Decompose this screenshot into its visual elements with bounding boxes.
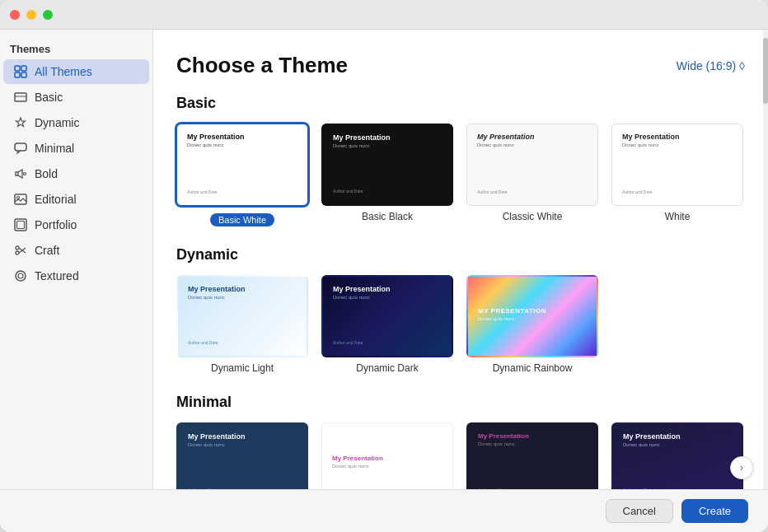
preview-footer-cg: Author and Date bbox=[478, 488, 508, 489]
grid-icon bbox=[13, 64, 28, 79]
theme-card-white[interactable]: My Presentation Donec quis nunc Author a… bbox=[611, 124, 743, 226]
preview-title-cgl: My Presentation bbox=[332, 455, 443, 462]
theme-preview-dynamic-rainbow[interactable]: MY PRESENTATION Donec quis nunc bbox=[466, 275, 598, 357]
photo-icon bbox=[13, 192, 28, 207]
sidebar-item-dynamic[interactable]: Dynamic bbox=[3, 110, 149, 135]
preview-footer-dd: Author and Date bbox=[333, 340, 363, 345]
preview-title-bc: My Presentation bbox=[188, 432, 297, 441]
theme-label-wrap-white: White bbox=[665, 211, 691, 222]
preview-footer-black: Author and Date bbox=[333, 189, 363, 194]
preview-content-cg: My Presentation Donec quis nunc Author a… bbox=[468, 424, 597, 489]
theme-label-classic-white: Classic White bbox=[503, 211, 563, 222]
preview-footer-grad: Author and Date bbox=[623, 488, 653, 489]
sidebar-item-textured[interactable]: Textured bbox=[3, 264, 149, 288]
preview-subtitle-white: Donec quis nunc bbox=[622, 142, 733, 147]
sidebar-item-editorial[interactable]: Editorial bbox=[3, 187, 149, 212]
close-button[interactable] bbox=[10, 10, 20, 20]
sidebar-item-portfolio[interactable]: Portfolio bbox=[3, 212, 149, 237]
preview-footer: Author and Date bbox=[187, 189, 217, 194]
rect-icon bbox=[13, 90, 28, 105]
preview-footer-bc: Author and Date bbox=[188, 488, 218, 489]
preview-content-grad: My Presentation Donec quis nunc Author a… bbox=[613, 424, 742, 489]
theme-preview-basic-color[interactable]: My Presentation Donec quis nunc Author a… bbox=[176, 422, 308, 489]
theme-preview-basic-black[interactable]: My Presentation Donec quis nunc Author a… bbox=[321, 124, 453, 206]
basic-section-title: Basic bbox=[176, 95, 745, 112]
theme-card-gradient[interactable]: My Presentation Donec quis nunc Author a… bbox=[611, 422, 743, 489]
minimal-section-title: Minimal bbox=[176, 394, 745, 411]
preview-content-classic: My Presentation Donec quis nunc Author a… bbox=[467, 124, 597, 205]
frame-icon bbox=[13, 217, 28, 232]
preview-subtitle-cg: Donec quis nunc bbox=[478, 441, 587, 446]
theme-card-basic-white[interactable]: My Presentation Donec quis nunc Author a… bbox=[176, 124, 308, 226]
sidebar-item-all-themes[interactable]: All Themes bbox=[3, 59, 149, 84]
theme-card-classic-white[interactable]: My Presentation Donec quis nunc Author a… bbox=[466, 124, 598, 226]
theme-label-dr: Dynamic Rainbow bbox=[493, 362, 573, 374]
aspect-ratio-button[interactable]: Wide (16:9) ◊ bbox=[677, 59, 745, 72]
basic-themes-grid: My Presentation Donec quis nunc Author a… bbox=[176, 124, 745, 226]
app-window: Themes All Themes bbox=[0, 0, 768, 532]
svg-point-13 bbox=[16, 251, 19, 254]
sidebar-section-label: Themes bbox=[0, 36, 152, 58]
maximize-button[interactable] bbox=[43, 10, 53, 20]
theme-preview-dynamic-dark[interactable]: My Presentation Donec quis nunc Author a… bbox=[321, 275, 453, 357]
theme-label-wrap-basic-black: Basic Black bbox=[362, 211, 413, 222]
theme-card-basic-color[interactable]: My Presentation Donec quis nunc Author a… bbox=[176, 422, 308, 489]
sidebar-item-label-bold: Bold bbox=[35, 167, 58, 180]
theme-card-dynamic-light[interactable]: My Presentation Donec quis nunc Author a… bbox=[176, 275, 308, 374]
svg-rect-1 bbox=[21, 66, 26, 71]
theme-preview-gradient[interactable]: My Presentation Donec quis nunc Author a… bbox=[611, 422, 743, 489]
minimize-button[interactable] bbox=[26, 10, 36, 20]
preview-content-dl: My Presentation Donec quis nunc Author a… bbox=[178, 277, 307, 356]
sidebar-item-craft[interactable]: Craft bbox=[3, 238, 149, 263]
theme-preview-basic-white[interactable]: My Presentation Donec quis nunc Author a… bbox=[176, 124, 308, 206]
scrollbar-thumb[interactable] bbox=[763, 38, 768, 104]
theme-card-dynamic-rainbow[interactable]: MY PRESENTATION Donec quis nunc Dynamic … bbox=[466, 275, 598, 374]
scissors-icon bbox=[13, 243, 28, 258]
svg-point-7 bbox=[24, 173, 26, 175]
theme-preview-dynamic-light[interactable]: My Presentation Donec quis nunc Author a… bbox=[176, 275, 308, 357]
create-button[interactable]: Create bbox=[681, 499, 748, 523]
sidebar-item-basic[interactable]: Basic bbox=[3, 85, 149, 110]
footer: Cancel Create bbox=[0, 489, 768, 532]
sidebar: Themes All Themes bbox=[0, 30, 153, 489]
theme-card-dynamic-dark[interactable]: My Presentation Donec quis nunc Author a… bbox=[321, 275, 453, 374]
theme-preview-cgl[interactable]: My Presentation Donec quis nunc bbox=[321, 422, 453, 489]
preview-content-white: My Presentation Donec quis nunc Author a… bbox=[612, 124, 742, 205]
sidebar-item-label-textured: Textured bbox=[35, 269, 79, 282]
sidebar-item-label-all-themes: All Themes bbox=[35, 65, 92, 78]
content-header: Choose a Theme Wide (16:9) ◊ bbox=[176, 53, 745, 78]
theme-card-basic-black[interactable]: My Presentation Donec quis nunc Author a… bbox=[321, 124, 453, 226]
scroll-right-arrow[interactable]: › bbox=[730, 456, 753, 479]
minimal-themes-grid: My Presentation Donec quis nunc Author a… bbox=[176, 422, 745, 489]
theme-label-basic-black: Basic Black bbox=[362, 211, 413, 222]
sidebar-item-label-basic: Basic bbox=[35, 91, 63, 104]
sidebar-item-minimal[interactable]: Minimal bbox=[3, 136, 149, 161]
svg-rect-4 bbox=[15, 93, 26, 101]
theme-card-color-gradient[interactable]: My Presentation Donec quis nunc Author a… bbox=[466, 422, 598, 489]
content-area[interactable]: Choose a Theme Wide (16:9) ◊ Basic My Pr… bbox=[153, 30, 768, 489]
dynamic-themes-grid: My Presentation Donec quis nunc Author a… bbox=[176, 275, 745, 374]
page-title: Choose a Theme bbox=[176, 53, 348, 78]
preview-title-dr: MY PRESENTATION bbox=[478, 307, 587, 315]
theme-preview-white[interactable]: My Presentation Donec quis nunc Author a… bbox=[611, 124, 743, 206]
svg-point-9 bbox=[17, 197, 20, 199]
preview-title-dl: My Presentation bbox=[188, 285, 297, 293]
sidebar-item-label-portfolio: Portfolio bbox=[35, 218, 77, 231]
cancel-button[interactable]: Cancel bbox=[606, 499, 673, 523]
preview-subtitle-dr: Donec quis nunc bbox=[478, 316, 587, 321]
svg-rect-2 bbox=[15, 72, 20, 77]
sidebar-item-label-craft: Craft bbox=[35, 244, 59, 257]
basic-section: Basic My Presentation Donec quis nunc Au… bbox=[176, 95, 745, 226]
preview-content-cgl: My Presentation Donec quis nunc bbox=[322, 423, 452, 489]
sidebar-item-label-editorial: Editorial bbox=[35, 193, 77, 206]
theme-preview-classic-white[interactable]: My Presentation Donec quis nunc Author a… bbox=[466, 124, 598, 206]
dynamic-section-title: Dynamic bbox=[176, 246, 745, 264]
theme-label-white: White bbox=[665, 211, 691, 222]
theme-preview-cg[interactable]: My Presentation Donec quis nunc Author a… bbox=[466, 422, 598, 489]
theme-card-color-gradient-light[interactable]: My Presentation Donec quis nunc Color Gr… bbox=[321, 422, 453, 489]
preview-title-dd: My Presentation bbox=[333, 285, 442, 293]
svg-rect-11 bbox=[17, 222, 25, 229]
sidebar-item-bold[interactable]: Bold bbox=[3, 161, 149, 186]
preview-subtitle: Donec quis nunc bbox=[187, 142, 297, 147]
star-icon bbox=[13, 115, 28, 130]
